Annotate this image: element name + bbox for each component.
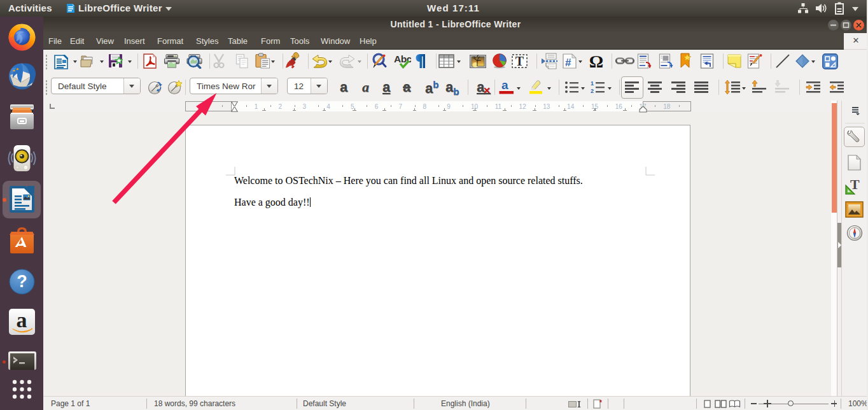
svg-text:?: ? [17, 272, 27, 291]
svg-text:1: 1 [591, 80, 594, 87]
svg-text:2: 2 [591, 88, 594, 94]
svg-text:a: a [501, 80, 508, 92]
svg-text:T: T [850, 177, 860, 192]
svg-text:a: a [17, 308, 27, 332]
svg-text:Ω: Ω [589, 53, 603, 69]
svg-text:T: T [515, 54, 524, 68]
svg-text:#: # [565, 57, 571, 69]
svg-text:*: * [599, 399, 602, 406]
